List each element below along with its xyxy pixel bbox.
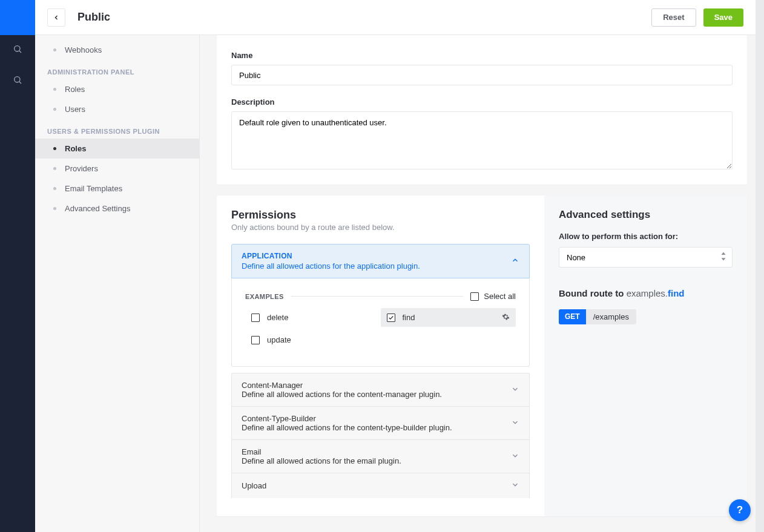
settings-sidebar: WebhooksAdministration PanelRolesUsersUs… <box>35 0 200 532</box>
sidebar-item-label: Users <box>65 105 85 114</box>
sidebar-item[interactable]: Users <box>35 99 199 119</box>
name-input[interactable] <box>231 65 733 85</box>
plugin-body-application: Examples Select all deletefindupdate <box>231 278 530 367</box>
sidebar-section-header: Users & Permissions Plugin <box>35 119 199 139</box>
checkbox-icon[interactable] <box>251 314 260 322</box>
plugin-header-upload[interactable]: Upload <box>231 473 530 498</box>
collection-name: Examples <box>245 293 284 300</box>
role-details-card: Name Description <box>217 35 747 185</box>
route-method: GET <box>559 309 586 324</box>
allow-label: Allow to perform this action for: <box>559 232 733 241</box>
svg-line-3 <box>19 82 21 84</box>
sidebar-item[interactable]: Roles <box>35 139 199 159</box>
search-icon[interactable] <box>0 35 35 62</box>
page-title: Public <box>77 11 651 24</box>
advanced-title: Advanced settings <box>559 209 733 221</box>
sidebar-item-label: Roles <box>65 144 86 153</box>
permissions-card: Permissions Only actions bound by a rout… <box>217 195 747 516</box>
action-label: update <box>267 335 291 344</box>
main-panel: Name Description Permissions Only action… <box>200 0 764 532</box>
chevron-down-icon <box>511 418 519 429</box>
svg-line-1 <box>19 51 21 53</box>
nav-rail <box>0 0 35 532</box>
sidebar-item[interactable]: Roles <box>35 79 199 99</box>
save-button[interactable]: Save <box>703 8 743 27</box>
plugin-description: Define all allowed actions for the email… <box>242 456 401 465</box>
plugin-header-content-manager[interactable]: Content-ManagerDefine all allowed action… <box>231 373 530 406</box>
plugin-header-content-type-builder[interactable]: Content-Type-BuilderDefine all allowed a… <box>231 406 530 439</box>
sidebar-item-label: Providers <box>65 164 98 173</box>
sidebar-item[interactable]: Webhooks <box>35 40 199 60</box>
action-delete[interactable]: delete <box>245 308 381 327</box>
checkbox-icon[interactable] <box>251 336 260 344</box>
route-path: /examples <box>586 309 636 324</box>
back-button[interactable] <box>47 8 65 27</box>
reset-button[interactable]: Reset <box>651 8 696 27</box>
route-badge: GET /examples <box>559 309 636 324</box>
name-label: Name <box>231 51 733 60</box>
plugin-name: Upload <box>242 481 266 490</box>
description-textarea[interactable] <box>231 111 733 169</box>
svg-point-2 <box>15 76 20 82</box>
plugin-header-email[interactable]: EmailDefine all allowed actions for the … <box>231 439 530 473</box>
plugin-description: Define all allowed actions for the conte… <box>242 423 452 432</box>
plugin-name: Content-Type-Builder <box>242 414 452 423</box>
permissions-title: Permissions <box>231 209 530 222</box>
sidebar-item-label: Roles <box>65 85 85 94</box>
action-update[interactable]: update <box>245 330 381 349</box>
sidebar-item[interactable]: Advanced Settings <box>35 199 199 218</box>
plugin-name: Email <box>242 447 401 456</box>
checkbox-checked-icon[interactable] <box>387 314 395 322</box>
select-all[interactable]: Select all <box>470 292 516 301</box>
sidebar-item-label: Email Templates <box>65 184 122 193</box>
advanced-settings-panel: Advanced settings Allow to perform this … <box>544 195 747 516</box>
svg-point-0 <box>15 45 20 51</box>
sidebar-item-label: Advanced Settings <box>65 204 130 213</box>
sidebar-item-label: Webhooks <box>65 45 102 54</box>
plugin-name: Content-Manager <box>242 381 442 390</box>
plugin-header-application[interactable]: Application Define all allowed actions f… <box>231 244 530 278</box>
plugin-description: Define all allowed actions for the conte… <box>242 390 442 399</box>
action-label: find <box>403 313 415 322</box>
select-all-checkbox[interactable] <box>470 292 479 301</box>
plugin-description: Define all allowed actions for the appli… <box>242 261 420 271</box>
action-label: delete <box>267 313 288 322</box>
scrollbar[interactable] <box>756 0 764 532</box>
chevron-down-icon <box>511 385 519 395</box>
gear-icon[interactable] <box>502 313 510 323</box>
chevron-up-icon <box>511 256 519 266</box>
sidebar-item[interactable]: Providers <box>35 159 199 179</box>
action-find[interactable]: find <box>381 308 516 327</box>
permissions-subtitle: Only actions bound by a route are listed… <box>231 223 530 232</box>
sidebar-item[interactable]: Email Templates <box>35 179 199 199</box>
help-button[interactable]: ? <box>729 499 751 521</box>
chevron-down-icon <box>511 452 519 462</box>
bound-route-title: Bound route to examples.find <box>559 288 733 298</box>
allow-select[interactable]: None <box>559 247 733 268</box>
description-label: Description <box>231 97 733 107</box>
search-icon[interactable] <box>0 66 35 93</box>
sidebar-section-header: Administration Panel <box>35 60 199 79</box>
topbar: Public Reset Save <box>35 0 756 35</box>
app-logo[interactable] <box>0 0 35 35</box>
plugin-name: Application <box>242 252 420 260</box>
chevron-down-icon <box>511 481 519 491</box>
